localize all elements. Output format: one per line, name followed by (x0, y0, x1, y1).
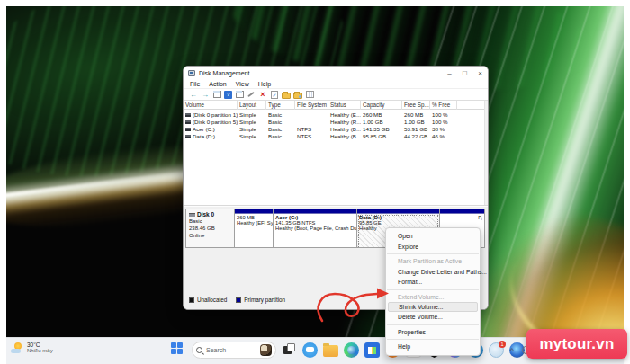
weather-widget[interactable]: 30°C Nhiều mây (11, 342, 53, 353)
edge-browser-icon[interactable] (344, 342, 359, 358)
menu-view[interactable]: View (236, 81, 249, 87)
task-view-button[interactable] (282, 342, 297, 358)
menu-separator (387, 253, 479, 254)
menu-item-change-drive-letter[interactable]: Change Drive Letter and Paths... (386, 267, 480, 278)
toolbar: ← → ? × ✓ (184, 89, 488, 101)
start-button[interactable] (171, 342, 186, 358)
microsoft-store-icon[interactable] (364, 342, 380, 358)
volume-icon (185, 120, 191, 124)
close-button[interactable]: × (472, 67, 488, 79)
delete-volume-icon[interactable]: × (258, 90, 267, 99)
search-placeholder: Search (206, 347, 256, 353)
column-status[interactable]: Status (328, 101, 361, 110)
menu-item-extend-volume: Extend Volume... (386, 292, 480, 303)
notification-app-icon[interactable]: 1 (489, 342, 504, 358)
mytour-watermark: mytour.vn (526, 329, 627, 359)
hidden-icons-chevron[interactable]: ^ (510, 346, 514, 354)
menu-separator (387, 289, 479, 290)
menu-item-shrink-volume[interactable]: Shrink Volume... (388, 302, 478, 312)
context-menu: Open Explore Mark Partition as Active Ch… (385, 227, 481, 356)
disk0-label[interactable]: Disk 0 Basic 238.46 GB Online (185, 209, 235, 248)
partition-acer-c[interactable]: Acer (C:) 141.35 GB NTFS Healthy (Boot, … (274, 209, 357, 248)
minimize-button[interactable]: – (442, 67, 457, 79)
volume-list-pane: Volume Layout Type File System Status Ca… (184, 101, 488, 206)
help-icon[interactable]: ? (224, 91, 232, 99)
menu-bar: File Action View Help (184, 79, 488, 89)
menu-item-properties[interactable]: Properties (386, 327, 480, 338)
forward-icon[interactable]: → (201, 90, 210, 99)
weather-condition: Nhiều mây (27, 348, 53, 353)
table-row[interactable]: Data (D:) Simple Basic NTFS Healthy (B..… (184, 133, 484, 140)
menu-item-delete-volume[interactable]: Delete Volume... (386, 312, 480, 323)
disk-icon (189, 213, 195, 217)
legend: Unallocated Primary partition (189, 297, 285, 303)
console-tree-icon[interactable] (213, 91, 221, 98)
disk-size: 238.46 GB (189, 225, 231, 232)
legend-unallocated: Unallocated (197, 297, 227, 303)
menu-item-format[interactable]: Format... (386, 277, 480, 288)
menu-help[interactable]: Help (258, 81, 271, 87)
menu-separator (387, 339, 479, 340)
partition-efi[interactable]: 260 MB Healthy (EFI Sy (235, 209, 274, 248)
menu-file[interactable]: File (190, 81, 200, 87)
menu-action[interactable]: Action (209, 81, 226, 87)
table-row[interactable]: (Disk 0 partition 1) Simple Basic Health… (184, 111, 484, 119)
window-title: Disk Management (199, 70, 249, 76)
weather-temp: 30°C (27, 342, 53, 348)
title-bar[interactable]: Disk Management – □ × (184, 67, 488, 79)
volume-icon (185, 113, 191, 117)
maximize-button[interactable]: □ (457, 67, 472, 79)
search-icon (196, 347, 202, 353)
column-freespace[interactable]: Free Sp... (402, 101, 430, 110)
menu-item-help[interactable]: Help (386, 342, 480, 352)
sun-cloud-icon (11, 342, 23, 353)
disk-kind: Basic (189, 218, 231, 225)
disk-state: Online (189, 232, 231, 239)
table-row[interactable]: (Disk 0 partition 5) Simple Basic Health… (184, 119, 484, 126)
screen: Disk Management – □ × File Action View H… (0, 0, 630, 364)
wallpaper-yellow-arc-bottomright (489, 211, 624, 337)
watermark-text: mytour.vn (539, 335, 614, 353)
volume-icon (185, 128, 191, 131)
chat-icon[interactable] (302, 342, 318, 358)
menu-item-mark-partition-active: Mark Partition as Active (386, 256, 480, 267)
file-explorer-icon[interactable] (323, 345, 338, 357)
column-capacity[interactable]: Capacity (361, 101, 402, 110)
menu-item-explore[interactable]: Explore (386, 242, 480, 253)
folder-icon[interactable] (282, 93, 291, 99)
vertical-scrollbar[interactable] (484, 101, 488, 205)
unallocated-swatch (189, 297, 194, 303)
columns-icon[interactable] (306, 91, 314, 98)
app-icon (188, 70, 195, 76)
column-volume[interactable]: Volume (184, 101, 238, 110)
legend-primary-partition: Primary partition (244, 297, 285, 303)
back-icon[interactable]: ← (189, 90, 198, 99)
search-highlight-image[interactable] (260, 344, 272, 356)
properties-icon[interactable] (236, 91, 244, 98)
menu-item-open[interactable]: Open (386, 231, 480, 242)
column-filesystem[interactable]: File System (295, 101, 328, 110)
column-layout[interactable]: Layout (238, 101, 266, 110)
column-type[interactable]: Type (266, 101, 295, 110)
search-box[interactable]: Search (192, 342, 276, 359)
wrench-icon[interactable] (247, 90, 256, 99)
volume-icon (185, 135, 191, 138)
notification-badge: 1 (499, 341, 506, 348)
primary-partition-swatch (236, 297, 241, 303)
column-percentfree[interactable]: % Free (430, 101, 457, 110)
check-disk-icon[interactable]: ✓ (271, 91, 278, 99)
menu-separator (387, 324, 479, 325)
table-header: Volume Layout Type File System Status Ca… (184, 101, 484, 110)
table-row[interactable]: Acer (C:) Simple Basic NTFS Healthy (B..… (184, 126, 484, 133)
folder-settings-icon[interactable] (293, 93, 302, 99)
